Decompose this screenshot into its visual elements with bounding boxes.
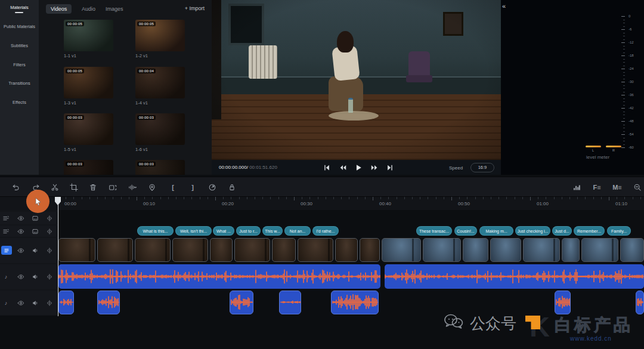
scene-vignette xyxy=(212,0,501,160)
bracket-left-icon[interactable]: [ xyxy=(166,181,179,194)
subtitle-clip[interactable]: Just to r... xyxy=(236,226,261,236)
aspect-ratio-button[interactable]: 16:9 xyxy=(470,163,494,172)
sidebar-item-subtitles[interactable]: Subtitles xyxy=(0,43,39,48)
meter-tick-minor xyxy=(623,141,625,141)
video-clip[interactable] xyxy=(490,238,521,262)
ruler-tick-minor xyxy=(397,197,397,199)
video-clip[interactable] xyxy=(210,238,233,262)
sidebar-item-effects[interactable]: Effects xyxy=(0,100,39,105)
sidebar-item-materials[interactable]: Materials xyxy=(0,5,39,10)
video-clip[interactable] xyxy=(97,238,133,262)
play-button[interactable] xyxy=(354,163,363,172)
subtitle-clip[interactable]: What ... xyxy=(213,226,234,236)
video-clip[interactable] xyxy=(620,238,644,262)
ruler-tick-minor xyxy=(247,197,247,199)
material-thumbnail[interactable]: 00:00:03 xyxy=(64,160,113,175)
subtitle-clip[interactable]: Family... xyxy=(607,226,631,236)
subtitle-clip[interactable]: Just checking i... xyxy=(515,226,550,236)
skip-start-button[interactable] xyxy=(322,163,332,172)
ruler-tick-minor xyxy=(546,197,546,199)
detach-icon[interactable] xyxy=(106,181,119,194)
cut-icon[interactable] xyxy=(48,181,61,194)
material-label: 1-2 v1 xyxy=(135,53,148,58)
video-clip[interactable] xyxy=(382,238,421,262)
sound-effect-clip[interactable] xyxy=(331,291,379,314)
snap-icon[interactable] xyxy=(225,181,239,194)
video-clip[interactable] xyxy=(523,238,560,262)
levels-icon[interactable] xyxy=(570,181,583,194)
video-clip[interactable] xyxy=(298,238,333,262)
material-thumbnail[interactable]: 00:00:05 xyxy=(64,67,113,98)
material-thumbnail[interactable]: 00:00:03 xyxy=(64,113,113,145)
playhead-line[interactable] xyxy=(58,197,59,316)
mixer-panel-icon[interactable]: M≡ xyxy=(611,181,624,194)
subtitle-clip[interactable]: Making m... xyxy=(479,226,513,236)
video-clip[interactable] xyxy=(58,238,95,262)
marker-icon[interactable] xyxy=(145,181,159,194)
material-thumbnail[interactable]: 00:00:05 xyxy=(135,20,185,51)
ruler-tick-minor xyxy=(380,197,381,199)
bracket-right-icon[interactable]: ] xyxy=(186,181,199,194)
subtitle-clip[interactable]: Well, isn't thi... xyxy=(175,226,212,236)
delete-icon[interactable] xyxy=(86,181,100,194)
rewind-icon xyxy=(339,163,347,172)
sound-effect-clip[interactable] xyxy=(279,291,301,314)
speed-icon[interactable] xyxy=(206,181,219,194)
time-ruler[interactable]: 00:0000:1000:2000:3000:4000:5001:0001:10 xyxy=(0,197,644,210)
wechat-label: 公众号 xyxy=(470,313,516,334)
import-button[interactable]: + Import xyxy=(185,5,205,11)
meter-tick-minor xyxy=(623,79,625,79)
subtitle-clip[interactable]: Not an... xyxy=(284,226,311,236)
audio-clip[interactable] xyxy=(58,264,380,289)
undo-icon[interactable] xyxy=(10,181,23,194)
material-thumbnail[interactable]: 00:00:04 xyxy=(135,67,185,98)
skip-end-button[interactable] xyxy=(385,163,395,172)
tab-images[interactable]: Images xyxy=(101,4,128,14)
material-label: 1-6 v1 xyxy=(135,147,148,152)
video-clip[interactable] xyxy=(135,238,171,262)
audio-clip[interactable] xyxy=(385,264,644,289)
subtitle-clip[interactable]: Cousin!... xyxy=(454,226,477,236)
sidebar-item-filters[interactable]: Filters xyxy=(0,62,39,67)
material-thumbnail[interactable]: 00:00:03 xyxy=(135,160,185,175)
speed-label[interactable]: Speed xyxy=(449,165,463,171)
subtitle-clip[interactable]: This w... xyxy=(262,226,283,236)
material-label: 1-4 v1 xyxy=(135,100,148,106)
meter-tick-minor xyxy=(623,46,625,47)
subtitle-clip[interactable]: Just d... xyxy=(552,226,572,236)
sound-effect-clip[interactable] xyxy=(230,291,253,314)
subtitle-clip[interactable]: These transac... xyxy=(416,226,452,236)
audio-wave-icon[interactable] xyxy=(126,181,139,194)
video-clip[interactable] xyxy=(423,238,461,262)
material-thumbnail[interactable]: 00:00:03 xyxy=(135,113,185,145)
duration-badge: 00:00:05 xyxy=(137,21,156,26)
video-clip[interactable] xyxy=(234,238,270,262)
video-clip[interactable] xyxy=(172,238,208,262)
fast-forward-button[interactable] xyxy=(370,163,379,172)
sidebar-item-transitions[interactable]: Transitions xyxy=(0,81,39,86)
subtitle-clip[interactable]: What is this... xyxy=(137,226,174,236)
sound-effect-clip[interactable] xyxy=(58,291,74,314)
video-clip[interactable] xyxy=(463,238,488,262)
effects-panel-icon[interactable]: F≡ xyxy=(590,181,603,194)
zoom-out-icon[interactable] xyxy=(631,181,644,194)
sidebar-item-public-materials[interactable]: Public Materials xyxy=(0,24,39,29)
video-clip[interactable] xyxy=(562,238,580,262)
rewind-button[interactable] xyxy=(338,163,348,172)
meter-tick-minor xyxy=(623,75,625,76)
video-clip[interactable] xyxy=(272,238,296,262)
crop-icon[interactable] xyxy=(67,181,80,194)
tab-audio[interactable]: Audio xyxy=(77,4,100,14)
subtitle-clip[interactable]: I'd rathe... xyxy=(312,226,339,236)
material-thumbnail[interactable]: 00:00:05 xyxy=(64,20,113,51)
video-clip[interactable] xyxy=(581,238,618,262)
video-clip[interactable] xyxy=(360,238,380,262)
subtitle-clip[interactable]: Remember... xyxy=(574,226,605,236)
video-clip[interactable] xyxy=(335,238,358,262)
tab-videos[interactable]: Videos xyxy=(46,4,72,14)
ruler-tick-minor xyxy=(538,197,538,199)
sound-effect-clip[interactable] xyxy=(97,291,120,314)
ruler-tick-major xyxy=(215,197,216,200)
ruler-tick-minor xyxy=(89,197,90,199)
ruler-tick-major xyxy=(137,197,137,200)
